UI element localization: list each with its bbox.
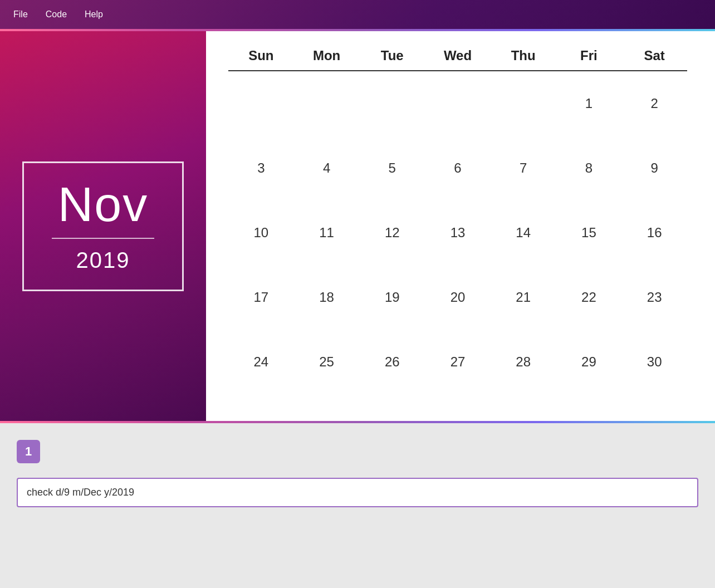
- day-cell[interactable]: 15: [556, 205, 622, 261]
- day-cell[interactable]: 5: [359, 140, 425, 196]
- day-cell[interactable]: 24: [228, 334, 294, 390]
- day-cell[interactable]: 18: [294, 270, 360, 325]
- day-cell[interactable]: [228, 76, 294, 131]
- day-cell[interactable]: 7: [491, 140, 556, 196]
- header-mon: Mon: [294, 48, 360, 63]
- command-input[interactable]: [17, 478, 698, 507]
- day-cell[interactable]: 23: [621, 270, 687, 325]
- day-cell[interactable]: 1: [556, 76, 622, 131]
- day-cell[interactable]: 13: [425, 205, 491, 261]
- day-cell[interactable]: 14: [491, 205, 556, 261]
- calendar-area: Sun Mon Tue Wed Thu Fri Sat 123456789101…: [206, 31, 715, 421]
- day-cell[interactable]: 12: [359, 205, 425, 261]
- header-sat: Sat: [621, 48, 687, 63]
- month-divider: [52, 238, 154, 239]
- day-cell[interactable]: 11: [294, 205, 360, 261]
- day-cell[interactable]: 30: [621, 334, 687, 390]
- bottom-panel: 1: [0, 423, 715, 588]
- day-cell[interactable]: 20: [425, 270, 491, 325]
- menu-bar: File Code Help: [0, 0, 715, 29]
- day-cell[interactable]: 26: [359, 334, 425, 390]
- header-sun: Sun: [228, 48, 294, 63]
- day-cell[interactable]: 25: [294, 334, 360, 390]
- day-cell[interactable]: 16: [621, 205, 687, 261]
- day-cell[interactable]: 19: [359, 270, 425, 325]
- header-fri: Fri: [556, 48, 622, 63]
- day-cell[interactable]: [425, 76, 491, 131]
- calendar-sidebar: Nov 2019: [0, 31, 206, 421]
- day-cell[interactable]: 4: [294, 140, 360, 196]
- header-thu: Thu: [491, 48, 556, 63]
- day-cell[interactable]: 10: [228, 205, 294, 261]
- day-cell[interactable]: 6: [425, 140, 491, 196]
- day-cell[interactable]: [294, 76, 360, 131]
- day-cell[interactable]: 17: [228, 270, 294, 325]
- day-cell[interactable]: 28: [491, 334, 556, 390]
- day-cell[interactable]: 27: [425, 334, 491, 390]
- day-cell[interactable]: 21: [491, 270, 556, 325]
- month-label: Nov: [52, 180, 154, 229]
- menu-help[interactable]: Help: [85, 9, 103, 19]
- day-cell[interactable]: [491, 76, 556, 131]
- day-cell[interactable]: 22: [556, 270, 622, 325]
- calendar-grid: 1234567891011121314151617181920212223242…: [228, 76, 687, 399]
- day-cell[interactable]: 3: [228, 140, 294, 196]
- day-cell[interactable]: 2: [621, 76, 687, 131]
- menu-code[interactable]: Code: [46, 9, 67, 19]
- header-wed: Wed: [425, 48, 491, 63]
- year-label: 2019: [52, 248, 154, 273]
- line-number-badge: 1: [17, 440, 40, 463]
- day-headers: Sun Mon Tue Wed Thu Fri Sat: [228, 48, 687, 71]
- month-box: Nov 2019: [22, 161, 184, 291]
- menu-file[interactable]: File: [13, 9, 28, 19]
- day-cell[interactable]: 29: [556, 334, 622, 390]
- line-number-area: 1: [17, 434, 698, 469]
- day-cell[interactable]: 8: [556, 140, 622, 196]
- header-tue: Tue: [359, 48, 425, 63]
- day-cell[interactable]: [359, 76, 425, 131]
- main-content: Nov 2019 Sun Mon Tue Wed Thu Fri Sat 123…: [0, 31, 715, 421]
- day-cell[interactable]: 9: [621, 140, 687, 196]
